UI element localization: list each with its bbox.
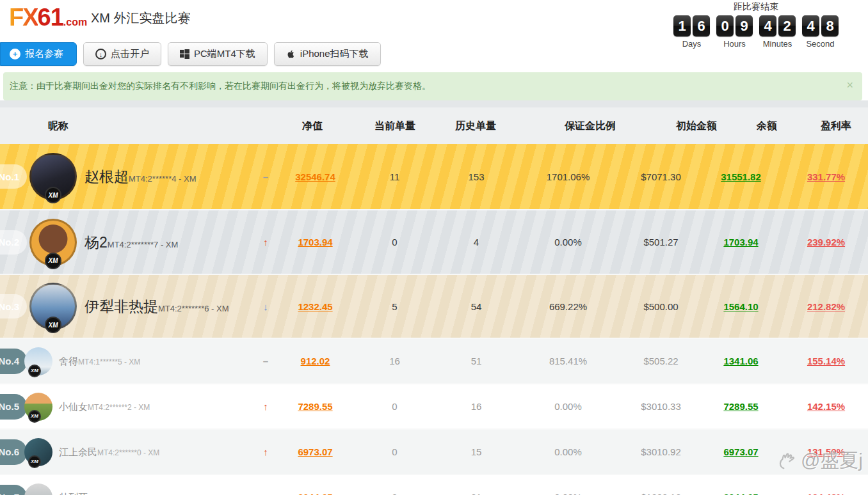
- countdown-unit: Days: [682, 39, 702, 49]
- table-row[interactable]: No.7 XM 帅到死 ↑ 2944.05 2 21 0.00% $1302.1…: [0, 474, 868, 495]
- table-row[interactable]: No.2 XM 杨2MT4:2*******7 - XM ↑ 1703.94 0…: [0, 209, 868, 274]
- margin-ratio: 669.22%: [512, 301, 624, 312]
- equity-link[interactable]: 7289.55: [282, 401, 349, 412]
- balance-link[interactable]: 2944.05: [698, 492, 784, 495]
- countdown-digit: 8: [821, 15, 839, 36]
- avatar: XM: [29, 153, 77, 200]
- current-lots: 0: [349, 446, 440, 457]
- equity-link[interactable]: 2944.05: [282, 492, 349, 495]
- rank-badge: No.4: [0, 349, 27, 374]
- equity-link[interactable]: 1232.45: [282, 301, 349, 312]
- margin-ratio: 0.00%: [512, 492, 624, 495]
- nickname-cell: No.5 XM 小仙女MT4:2******2 - XM: [0, 384, 250, 428]
- countdown-unit: Minutes: [763, 39, 792, 49]
- xm-badge: XM: [28, 365, 41, 377]
- trend-indicator: –: [250, 171, 282, 182]
- nickname-cell: No.3 XM 伊犁非热提MT4:2*******6 - XM: [0, 275, 250, 338]
- current-lots: 16: [349, 356, 440, 366]
- table-row[interactable]: No.6 XM 江上余民MT4:2******0 - XM ↑ 6973.07 …: [0, 428, 868, 474]
- rank-badge: No.6: [0, 439, 27, 465]
- nickname-cell: No.2 XM 杨2MT4:2*******7 - XM: [0, 210, 250, 274]
- column-header-margin-ratio: 保证金比例: [565, 107, 616, 144]
- margin-ratio: 815.41%: [512, 356, 624, 366]
- close-icon[interactable]: ×: [846, 79, 853, 92]
- notice-banner: 注意：由于比赛期间出金对您的实际排名有不利影响，若在比赛期间有出金行为，将被视为…: [3, 72, 862, 100]
- initial-amount: $3010.33: [624, 401, 698, 412]
- toolbar: + 报名参赛 ↓ 点击开户 PC端MT4下载 iPhone扫码下载: [0, 42, 381, 66]
- balance-link[interactable]: 1703.94: [698, 237, 784, 248]
- site-logo[interactable]: FX61.com: [9, 4, 87, 31]
- avatar: XM: [24, 483, 52, 495]
- countdown-minutes: 4 2 Minutes: [759, 15, 796, 49]
- profit-rate-link[interactable]: 142.15%: [784, 401, 868, 412]
- balance-link[interactable]: 1564.10: [698, 301, 784, 312]
- xm-badge: XM: [28, 410, 41, 423]
- margin-ratio: 1701.06%: [512, 171, 624, 182]
- participant-account: MT4:2*******6 - XM: [158, 304, 229, 313]
- balance-link[interactable]: 1341.06: [698, 356, 784, 366]
- margin-ratio: 0.00%: [512, 446, 624, 457]
- current-lots: 0: [349, 237, 440, 248]
- trend-indicator: ↑: [250, 237, 282, 248]
- countdown-hours: 0 9 Hours: [716, 15, 753, 49]
- rank-badge: No.2: [0, 230, 27, 255]
- history-lots: 153: [440, 171, 512, 182]
- balance-link[interactable]: 31551.82: [698, 171, 784, 182]
- participant-account: MT4:2******0 - XM: [97, 448, 159, 457]
- initial-amount: $3010.92: [624, 446, 698, 457]
- balance-link[interactable]: 7289.55: [698, 401, 784, 412]
- avatar: XM: [24, 438, 52, 466]
- history-lots: 51: [440, 356, 512, 366]
- equity-link[interactable]: 912.02: [282, 356, 349, 366]
- current-lots: 5: [349, 301, 440, 312]
- history-lots: 15: [440, 446, 512, 457]
- open-account-button[interactable]: ↓ 点击开户: [83, 42, 161, 66]
- rank-badge: No.3: [0, 294, 27, 318]
- profit-rate-link[interactable]: 155.14%: [784, 356, 868, 366]
- initial-amount: $501.27: [624, 237, 698, 248]
- current-lots: 2: [349, 492, 440, 495]
- participant-name: 小仙女: [59, 400, 88, 411]
- countdown-digit: 0: [716, 15, 734, 36]
- countdown-digit: 4: [759, 15, 776, 36]
- table-row[interactable]: No.4 XM 舍得MT4:1******5 - XM – 912.02 16 …: [0, 338, 868, 383]
- countdown-digit: 6: [693, 15, 710, 36]
- notice-text: 注意：由于比赛期间出金对您的实际排名有不利影响，若在比赛期间有出金行为，将被视为…: [10, 81, 431, 92]
- column-header-nickname: 昵称: [48, 107, 68, 144]
- trend-indicator: ↓: [250, 301, 282, 312]
- nickname-cell: No.4 XM 舍得MT4:1******5 - XM: [0, 339, 250, 383]
- participant-name: 帅到死: [59, 491, 88, 495]
- profit-rate-link[interactable]: 212.82%: [784, 301, 868, 312]
- history-lots: 54: [440, 301, 512, 312]
- logo-61: 61: [38, 4, 63, 31]
- history-lots: 21: [440, 492, 512, 495]
- nickname-cell: No.7 XM 帅到死: [0, 475, 250, 495]
- countdown-days: 1 6 Days: [673, 15, 710, 49]
- profit-rate-link[interactable]: 331.77%: [784, 171, 868, 182]
- signup-button[interactable]: + 报名参赛: [0, 42, 77, 66]
- history-lots: 4: [440, 237, 512, 248]
- xm-badge: XM: [45, 253, 61, 269]
- equity-link[interactable]: 6973.07: [282, 446, 349, 457]
- balance-link[interactable]: 6973.07: [698, 446, 784, 457]
- profit-rate-link[interactable]: 239.92%: [784, 237, 868, 248]
- countdown-seconds: 4 8 Second: [802, 15, 839, 49]
- leaderboard-table: 昵称 净值 当前单量 历史单量 保证金比例 初始金额 余额 盈利率 No.1 X…: [0, 100, 868, 495]
- trend-indicator: –: [250, 356, 282, 366]
- nickname-cell: No.1 XM 赵根超MT4:2******4 - XM: [0, 144, 250, 209]
- equity-link[interactable]: 1703.94: [282, 237, 349, 248]
- rank-badge: No.1: [0, 164, 27, 189]
- nickname-cell: No.6 XM 江上余民MT4:2******0 - XM: [0, 430, 250, 474]
- table-row[interactable]: No.1 XM 赵根超MT4:2******4 - XM – 32546.74 …: [0, 144, 868, 209]
- iphone-download-button[interactable]: iPhone扫码下载: [274, 42, 381, 66]
- table-row[interactable]: No.3 XM 伊犁非热提MT4:2*******6 - XM ↓ 1232.4…: [0, 274, 868, 338]
- table-header: 昵称 净值 当前单量 历史单量 保证金比例 初始金额 余额 盈利率: [0, 107, 868, 144]
- pc-mt4-download-button[interactable]: PC端MT4下载: [168, 42, 268, 66]
- avatar: XM: [24, 393, 52, 421]
- equity-link[interactable]: 32546.74: [282, 171, 349, 182]
- profit-rate-link[interactable]: 124.48%: [784, 492, 868, 495]
- table-row[interactable]: No.5 XM 小仙女MT4:2******2 - XM ↑ 7289.55 0…: [0, 383, 868, 428]
- column-header-current-lots: 当前单量: [374, 107, 415, 144]
- initial-amount: $1302.16: [624, 492, 698, 495]
- participant-name: 舍得: [59, 355, 78, 366]
